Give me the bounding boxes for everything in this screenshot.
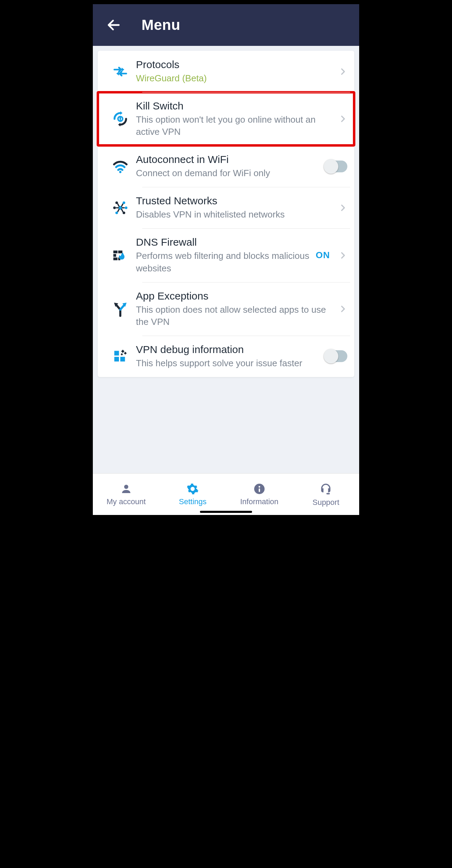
row-title: Autoconnect in WiFi [136, 153, 321, 166]
svg-rect-24 [113, 257, 118, 260]
tab-my-account[interactable]: My account [93, 474, 160, 515]
app-screen: Menu Protocols WireGuard (Beta) [89, 0, 363, 519]
tab-label: Information [240, 497, 279, 506]
svg-point-9 [113, 206, 116, 209]
home-indicator [200, 511, 252, 513]
row-subtitle: This option does not allow selected apps… [136, 304, 335, 328]
svg-point-34 [124, 485, 128, 489]
firewall-icon [105, 247, 136, 264]
svg-point-17 [115, 212, 118, 214]
svg-rect-29 [120, 357, 125, 361]
row-vpn-debug[interactable]: VPN debug information This helps support… [98, 336, 354, 377]
svg-marker-1 [116, 72, 119, 76]
row-subtitle: Disables VPN in whitelisted networks [136, 208, 335, 221]
header-title: Menu [142, 17, 180, 33]
tab-information[interactable]: Information [226, 474, 293, 515]
settings-list: Protocols WireGuard (Beta) [98, 51, 354, 377]
tab-label: Support [313, 498, 339, 507]
row-subtitle: This helps support solve your issue fast… [136, 357, 321, 369]
back-button[interactable] [103, 14, 125, 36]
svg-line-14 [118, 204, 119, 207]
tab-label: My account [107, 497, 146, 506]
svg-rect-39 [326, 493, 330, 494]
chevron-right-icon [338, 251, 347, 260]
person-icon [120, 483, 132, 495]
autoconnect-toggle[interactable] [324, 161, 347, 172]
row-autoconnect-wifi[interactable]: Autoconnect in WiFi Connect on demand fo… [98, 146, 354, 187]
tab-settings[interactable]: Settings [160, 474, 226, 515]
split-arrows-icon [105, 301, 136, 317]
svg-point-13 [115, 202, 118, 204]
row-trusted-networks[interactable]: Trusted Networks Disables VPN in whiteli… [98, 187, 354, 228]
svg-rect-21 [113, 251, 118, 253]
bottom-nav: My account Settings Information Support [93, 473, 359, 515]
header-bar: Menu [93, 4, 359, 46]
svg-marker-0 [122, 67, 124, 72]
row-subtitle: Performs web filtering and blocks malici… [136, 250, 312, 274]
row-protocols[interactable]: Protocols WireGuard (Beta) [98, 51, 354, 92]
tab-support[interactable]: Support [293, 474, 360, 515]
wifi-icon [105, 158, 136, 175]
svg-point-6 [120, 120, 121, 121]
svg-rect-30 [114, 351, 119, 355]
row-kill-switch[interactable]: Kill Switch This option won't let you go… [98, 92, 354, 146]
network-nodes-icon [105, 199, 136, 216]
chevron-right-icon [338, 203, 347, 212]
chevron-right-icon [338, 67, 347, 76]
svg-rect-23 [113, 254, 116, 257]
svg-point-37 [258, 486, 260, 488]
tab-label: Settings [179, 497, 207, 506]
svg-rect-22 [118, 251, 122, 253]
svg-rect-38 [259, 488, 260, 492]
row-title: Trusted Networks [136, 195, 335, 207]
svg-point-11 [125, 206, 128, 209]
debug-toggle[interactable] [324, 350, 347, 362]
svg-line-20 [121, 209, 123, 212]
svg-point-19 [123, 212, 126, 214]
debug-tiles-icon [105, 348, 136, 364]
headset-icon [319, 482, 333, 496]
svg-rect-31 [121, 350, 124, 353]
row-title: Kill Switch [136, 100, 335, 112]
chevron-right-icon [338, 304, 347, 313]
svg-point-35 [191, 487, 194, 490]
svg-line-18 [118, 209, 119, 212]
row-title: Protocols [136, 58, 335, 71]
row-subtitle: This option won't let you go online with… [136, 114, 335, 138]
row-title: App Exceptions [136, 290, 335, 302]
svg-point-15 [123, 202, 126, 204]
kill-switch-icon [105, 110, 136, 128]
row-subtitle: WireGuard (Beta) [136, 72, 335, 84]
row-title: DNS Firewall [136, 236, 312, 248]
row-dns-firewall[interactable]: DNS Firewall Performs web filtering and … [98, 228, 354, 282]
content-area: Protocols WireGuard (Beta) [93, 46, 359, 473]
row-app-exceptions[interactable]: App Exceptions This option does not allo… [98, 282, 354, 336]
dns-firewall-status: ON [316, 250, 330, 261]
svg-marker-2 [120, 111, 122, 115]
svg-line-16 [121, 204, 123, 207]
row-subtitle: Connect on demand for WiFi only [136, 167, 321, 179]
svg-marker-3 [118, 123, 120, 126]
svg-rect-32 [124, 352, 127, 355]
svg-rect-33 [121, 353, 123, 356]
svg-rect-28 [114, 357, 119, 361]
info-icon [253, 483, 266, 495]
arrow-left-icon [106, 17, 121, 33]
chevron-right-icon [338, 114, 347, 123]
row-title: VPN debug information [136, 343, 321, 356]
swap-arrows-icon [105, 64, 136, 80]
gear-icon [186, 483, 199, 495]
svg-point-7 [119, 171, 121, 173]
